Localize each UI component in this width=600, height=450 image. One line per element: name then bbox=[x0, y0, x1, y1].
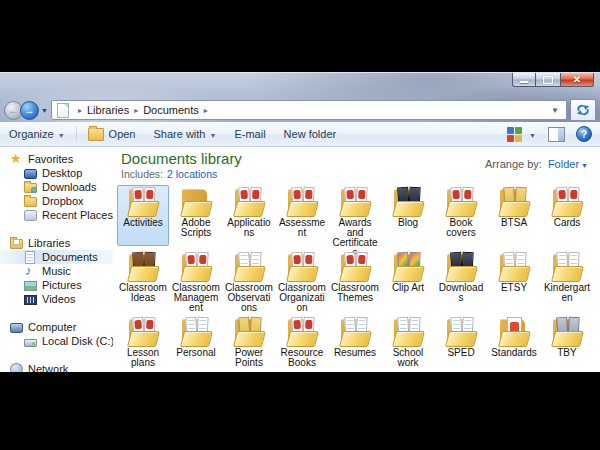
nav-history-chevron[interactable]: ▼ bbox=[41, 107, 48, 114]
sidebar-item-music[interactable]: Music bbox=[0, 264, 113, 278]
folder-icon bbox=[178, 317, 214, 347]
folder-name-label: Classroom Observations bbox=[224, 282, 274, 313]
folder-tile-downloads[interactable]: Downloads bbox=[435, 250, 487, 311]
arrange-dropdown-icon[interactable]: ▼ bbox=[581, 162, 588, 169]
folder-icon bbox=[231, 187, 267, 217]
chevron-down-icon: ▼ bbox=[58, 132, 65, 139]
breadcrumb-arrow-icon[interactable]: ▸ bbox=[199, 106, 213, 115]
sidebar-item-favorites[interactable]: Favorites bbox=[0, 152, 113, 166]
sidebar-item-network[interactable]: Network bbox=[0, 362, 113, 372]
folder-tile-cards[interactable]: Cards bbox=[541, 185, 593, 246]
folder-name-label: Resource Books bbox=[277, 347, 327, 368]
sidebar-item-libraries[interactable]: Libraries bbox=[0, 236, 113, 250]
folder-name-label: BTSA bbox=[489, 217, 539, 228]
folder-tile-blog[interactable]: Blog bbox=[382, 185, 434, 246]
breadcrumb-item-libraries[interactable]: Libraries bbox=[87, 104, 129, 116]
folder-tile-classroom-observations[interactable]: Classroom Observations bbox=[223, 250, 275, 311]
address-row: ← → ▼ ▸ Libraries ▸ Documents ▸ ▼ bbox=[0, 98, 600, 122]
preview-pane-button[interactable] bbox=[548, 127, 565, 142]
folder-tile-classroom-management[interactable]: Classroom Management bbox=[170, 250, 222, 311]
refresh-icon bbox=[576, 104, 590, 116]
breadcrumb-item-documents[interactable]: Documents bbox=[143, 104, 199, 116]
sidebar-item-dropbox[interactable]: Dropbox bbox=[0, 194, 113, 208]
sidebar-item-recent-places[interactable]: Recent Places bbox=[0, 208, 113, 222]
breadcrumb-arrow-icon[interactable]: ▸ bbox=[129, 106, 143, 115]
folder-icon bbox=[231, 317, 267, 347]
help-button[interactable]: ? bbox=[576, 126, 592, 142]
views-button[interactable]: ▼ bbox=[504, 126, 538, 143]
sidebar-section-libraries: LibrariesDocumentsMusicPicturesVideos bbox=[0, 236, 113, 306]
folder-tile-btsa[interactable]: BTSA bbox=[488, 185, 540, 246]
sidebar-section-computer: ComputerLocal Disk (C:) bbox=[0, 320, 113, 348]
folder-name-label: Clip Art bbox=[383, 282, 433, 293]
toolbar-item-e-mail[interactable]: E-mail bbox=[225, 122, 274, 146]
folder-tile-power-points[interactable]: Power Points bbox=[223, 315, 275, 372]
document-icon bbox=[25, 251, 35, 264]
folder-icon bbox=[125, 317, 161, 347]
folder-tile-applications[interactable]: Applications bbox=[223, 185, 275, 246]
desktop-icon bbox=[24, 169, 37, 179]
locations-link[interactable]: 2 locations bbox=[167, 168, 217, 180]
folder-tile-classroom-themes[interactable]: Classroom Themes bbox=[329, 250, 381, 311]
folder-icon bbox=[178, 187, 214, 217]
folder-tile-adobe-scripts[interactable]: Adobe Scripts bbox=[170, 185, 222, 246]
sidebar-item-documents[interactable]: Documents bbox=[0, 250, 113, 264]
folder-tile-lesson-plans[interactable]: Lesson plans bbox=[117, 315, 169, 372]
folder-tile-standards[interactable]: Standards bbox=[488, 315, 540, 372]
star-icon bbox=[10, 153, 23, 166]
folder-tile-book-covers[interactable]: Book covers bbox=[435, 185, 487, 246]
folder-tile-classroom-ideas[interactable]: Classroom Ideas bbox=[117, 250, 169, 311]
folder-tile-school-work[interactable]: School work bbox=[382, 315, 434, 372]
sidebar-item-label: Local Disk (C:) bbox=[42, 335, 113, 347]
folder-tile-personal[interactable]: Personal bbox=[170, 315, 222, 372]
folder-tile-kindergarten[interactable]: Kindergarten bbox=[541, 250, 593, 311]
minimize-button[interactable] bbox=[512, 73, 536, 87]
folder-icon bbox=[337, 317, 373, 347]
network-icon bbox=[10, 363, 23, 372]
folder-tile-tby[interactable]: TBY bbox=[541, 315, 593, 372]
folder-tile-resource-books[interactable]: Resource Books bbox=[276, 315, 328, 372]
folder-name-label: School work bbox=[383, 347, 433, 368]
folder-tile-clip-art[interactable]: Clip Art bbox=[382, 250, 434, 311]
toolbar-item-label: E-mail bbox=[234, 128, 265, 140]
folder-tile-sped[interactable]: SPED bbox=[435, 315, 487, 372]
sidebar-item-videos[interactable]: Videos bbox=[0, 292, 113, 306]
sidebar-item-pictures[interactable]: Pictures bbox=[0, 278, 113, 292]
toolbar-item-share-with[interactable]: Share with▼ bbox=[145, 122, 226, 146]
breadcrumb-bar[interactable]: ▸ Libraries ▸ Documents ▸ ▼ bbox=[51, 100, 567, 120]
sidebar-item-desktop[interactable]: Desktop bbox=[0, 166, 113, 180]
toolbar-item-open[interactable]: Open bbox=[79, 122, 145, 146]
sidebar-item-local-disk-c-[interactable]: Local Disk (C:) bbox=[0, 334, 113, 348]
sidebar-item-downloads[interactable]: Downloads bbox=[0, 180, 113, 194]
arrange-by-value[interactable]: Folder bbox=[548, 158, 579, 170]
close-button[interactable]: ✕ bbox=[560, 73, 594, 87]
forward-button[interactable]: → bbox=[20, 101, 39, 120]
back-arrow-icon: ← bbox=[8, 104, 19, 116]
sidebar-item-computer[interactable]: Computer bbox=[0, 320, 113, 334]
views-dropdown-icon[interactable]: ▼ bbox=[529, 132, 536, 139]
sidebar-item-label: Music bbox=[42, 265, 71, 277]
folder-tile-classroom-organization[interactable]: Classroom Organization bbox=[276, 250, 328, 311]
folder-icon bbox=[549, 317, 585, 347]
arrange-by-control[interactable]: Arrange by:Folder▼ bbox=[485, 158, 588, 170]
toolbar-item-organize[interactable]: Organize▼ bbox=[0, 122, 74, 146]
refresh-button[interactable] bbox=[570, 99, 596, 121]
sidebar-item-label: Favorites bbox=[28, 153, 73, 165]
window-controls: ✕ bbox=[512, 73, 594, 88]
folder-tile-assessment[interactable]: Assessment bbox=[276, 185, 328, 246]
folder-name-label: Classroom Organization bbox=[277, 282, 327, 313]
toolbar-item-label: New folder bbox=[284, 128, 337, 140]
address-dropdown-icon[interactable]: ▼ bbox=[551, 106, 563, 115]
folder-tile-activities[interactable]: Activities bbox=[117, 185, 169, 246]
folder-icon bbox=[125, 252, 161, 282]
folder-tile-etsy[interactable]: ETSY bbox=[488, 250, 540, 311]
folder-name-label: SPED bbox=[436, 347, 486, 358]
folder-tile-resumes[interactable]: Resumes bbox=[329, 315, 381, 372]
toolbar-item-new-folder[interactable]: New folder bbox=[275, 122, 346, 146]
maximize-button[interactable] bbox=[536, 73, 560, 87]
folder-grid: ActivitiesAdobe ScriptsApplicationsAsses… bbox=[117, 185, 600, 372]
folder-tile-awards-and-certificates[interactable]: Awards and Certificates bbox=[329, 185, 381, 246]
sidebar-item-label: Desktop bbox=[42, 167, 82, 179]
libraries-icon bbox=[10, 239, 23, 249]
folder-name-label: Book covers bbox=[436, 217, 486, 238]
